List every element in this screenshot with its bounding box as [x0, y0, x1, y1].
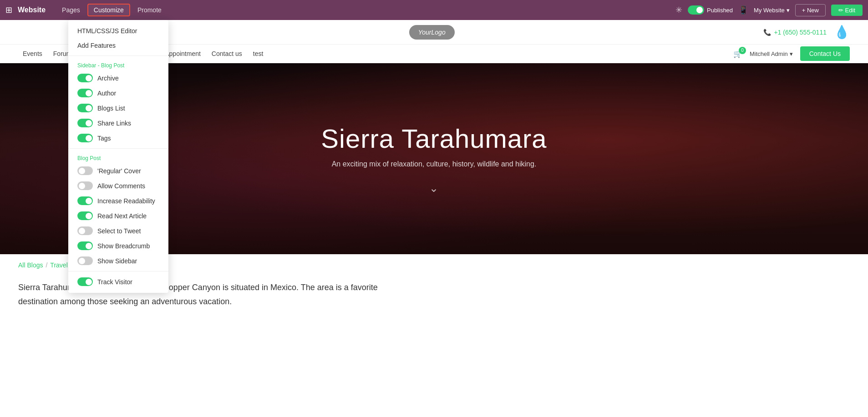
- nav-customize[interactable]: Customize: [87, 4, 130, 16]
- grid-icon[interactable]: ⊞: [5, 5, 12, 15]
- html-css-editor-item[interactable]: HTML/CSS/JS Editor: [68, 24, 168, 38]
- nav-contact-us[interactable]: Contact us: [207, 45, 247, 63]
- toggle-allow-comments[interactable]: Allow Comments: [68, 178, 168, 193]
- toggle-regular-cover[interactable]: 'Regular' Cover: [68, 163, 168, 178]
- toggle-show-breadcrumb[interactable]: Show Breadcrumb: [68, 238, 168, 253]
- toggle-increase-readability[interactable]: Increase Readability: [68, 193, 168, 208]
- customize-dropdown: HTML/CSS/JS Editor Add Features Sidebar …: [68, 20, 168, 293]
- breadcrumb-travel[interactable]: Travel: [50, 261, 67, 269]
- toggle-read-next-article-switch[interactable]: [77, 211, 93, 220]
- toggle-blogs-list[interactable]: Blogs List: [68, 100, 168, 116]
- scroll-down-icon[interactable]: ⌄: [321, 182, 547, 195]
- user-chevron-icon: ▾: [790, 50, 793, 57]
- divider-1: [68, 55, 168, 56]
- admin-brand: Website: [18, 6, 46, 14]
- contact-us-button[interactable]: Contact Us: [800, 46, 850, 61]
- cart-icon[interactable]: 🛒 0: [733, 50, 742, 58]
- toggle-archive-switch[interactable]: [77, 74, 93, 82]
- my-website-btn[interactable]: My Website ▾: [754, 7, 790, 14]
- bug-icon[interactable]: ✳: [675, 5, 682, 15]
- breadcrumb-all-blogs[interactable]: All Blogs: [18, 261, 43, 269]
- phone-icon: 📞: [763, 29, 771, 36]
- breadcrumb-sep-1: /: [46, 261, 47, 269]
- divider-2: [68, 148, 168, 149]
- toggle-share-links-switch[interactable]: [77, 119, 93, 127]
- logo-text: YourLogo: [418, 29, 446, 36]
- toggle-track-visitor[interactable]: Track Visitor: [68, 274, 168, 289]
- drop-icon: 💧: [834, 25, 850, 40]
- toggle-select-to-tweet-switch[interactable]: [77, 226, 93, 235]
- toggle-tags[interactable]: Tags: [68, 131, 168, 146]
- toggle-show-sidebar-switch[interactable]: [77, 256, 93, 265]
- toggle-read-next-article[interactable]: Read Next Article: [68, 208, 168, 223]
- toggle-show-breadcrumb-switch[interactable]: [77, 241, 93, 250]
- admin-bar-right: ✳ Published 📱 My Website ▾ + New ✏ Edit: [675, 4, 863, 16]
- nav-test[interactable]: test: [249, 45, 268, 63]
- sidebar-blog-post-label: Sidebar - Blog Post: [68, 59, 168, 70]
- toggle-share-links[interactable]: Share Links: [68, 116, 168, 131]
- chevron-down-icon: ▾: [787, 7, 790, 14]
- site-phone: 📞 +1 (650) 555-0111: [763, 29, 827, 36]
- toggle-track-visitor-switch[interactable]: [77, 277, 93, 286]
- admin-user[interactable]: Mitchell Admin ▾: [750, 50, 793, 57]
- site-logo: YourLogo: [409, 25, 455, 40]
- toggle-author[interactable]: Author: [68, 85, 168, 100]
- toggle-tags-switch[interactable]: [77, 134, 93, 142]
- admin-bar: ⊞ Website Pages Customize Promote ✳ Publ…: [0, 0, 868, 20]
- divider-3: [68, 271, 168, 271]
- nav-promote[interactable]: Promote: [132, 5, 167, 15]
- toggle-select-to-tweet[interactable]: Select to Tweet: [68, 223, 168, 238]
- edit-button[interactable]: ✏ Edit: [831, 5, 863, 16]
- admin-bar-left: ⊞ Website Pages Customize Promote: [5, 4, 167, 16]
- mobile-icon[interactable]: 📱: [738, 5, 748, 15]
- toggle-archive[interactable]: Archive: [68, 70, 168, 85]
- toggle-show-sidebar[interactable]: Show Sidebar: [68, 253, 168, 268]
- toggle-author-switch[interactable]: [77, 89, 93, 97]
- hero-title: Sierra Tarahumara: [321, 123, 547, 154]
- new-button[interactable]: + New: [795, 4, 826, 16]
- toggle-allow-comments-switch[interactable]: [77, 181, 93, 190]
- cart-badge: 0: [739, 47, 746, 54]
- hero-content: Sierra Tarahumara An exciting mix of rel…: [321, 123, 547, 195]
- toggle-increase-readability-switch[interactable]: [77, 196, 93, 205]
- published-label: Published: [707, 7, 733, 14]
- published-toggle[interactable]: Published: [688, 5, 733, 15]
- nav-events[interactable]: Events: [18, 45, 47, 63]
- add-features-item[interactable]: Add Features: [68, 38, 168, 53]
- toggle-blogs-list-switch[interactable]: [77, 104, 93, 112]
- published-switch[interactable]: [688, 5, 704, 15]
- nav-pages[interactable]: Pages: [56, 5, 86, 15]
- blog-post-label: Blog Post: [68, 151, 168, 163]
- page-wrapper: ⊞ Website Pages Customize Promote ✳ Publ…: [0, 0, 868, 327]
- toggle-regular-cover-switch[interactable]: [77, 166, 93, 175]
- hero-subtitle: An exciting mix of relaxation, culture, …: [321, 160, 547, 168]
